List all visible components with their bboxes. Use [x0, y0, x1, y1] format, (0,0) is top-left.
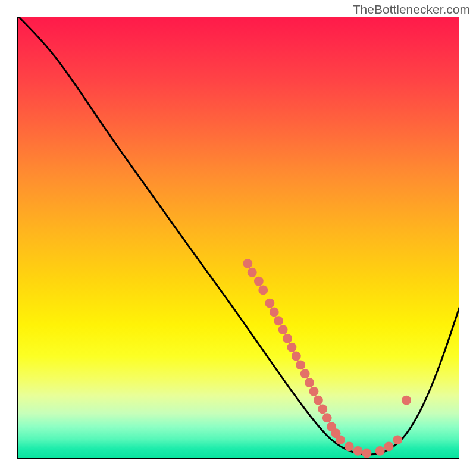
- chart-marker: [248, 268, 257, 277]
- chart-marker: [274, 316, 283, 325]
- chart-marker: [243, 259, 252, 268]
- chart-marker: [270, 308, 279, 317]
- chart-marker: [322, 413, 332, 422]
- chart-marker: [292, 352, 301, 361]
- chart-curve: [18, 17, 459, 455]
- chart-marker: [384, 442, 393, 452]
- chart-marker: [254, 277, 264, 286]
- chart-marker: [314, 396, 323, 405]
- chart-marker: [393, 435, 402, 444]
- chart-marker: [258, 285, 268, 295]
- chart-marker: [278, 325, 288, 334]
- chart-marker: [305, 378, 314, 387]
- chart-marker: [402, 396, 411, 405]
- chart-marker: [287, 343, 296, 352]
- chart-marker: [265, 299, 274, 308]
- chart-marker: [296, 360, 305, 369]
- chart-curve-svg: [18, 17, 459, 458]
- chart-marker: [336, 435, 345, 444]
- chart-marker: [309, 387, 319, 396]
- chart-marker: [318, 405, 327, 414]
- chart-marker: [283, 334, 292, 343]
- chart-marker: [345, 442, 354, 452]
- chart-marker: [300, 369, 310, 378]
- chart-marker: [362, 449, 371, 458]
- attribution-label: TheBottlenecker.com: [353, 2, 470, 17]
- chart-plot-area: [17, 17, 459, 459]
- chart-marker: [353, 446, 363, 456]
- chart-marker: [375, 446, 385, 456]
